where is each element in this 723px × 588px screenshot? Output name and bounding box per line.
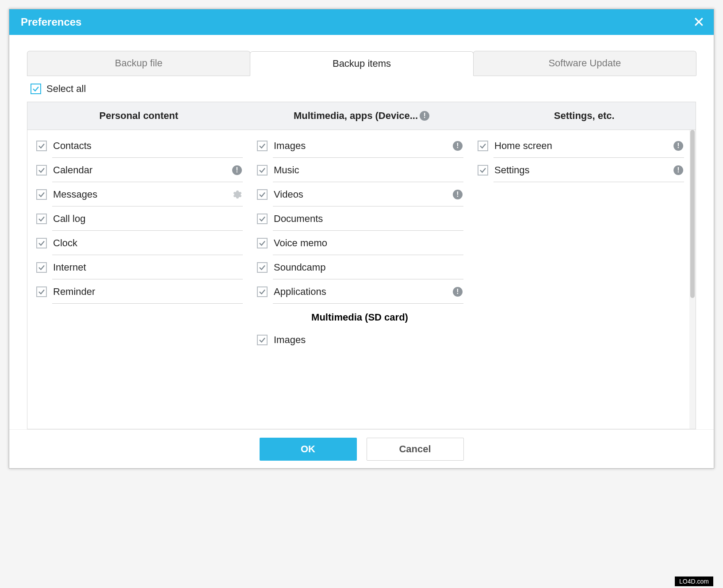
item-label: Internet (53, 262, 242, 273)
scrollbar[interactable] (689, 130, 696, 429)
item-soundcamp: Soundcamp (256, 255, 463, 279)
item-call-log: Call log (35, 206, 243, 230)
col-header-personal: Personal content (27, 102, 250, 130)
item-music: Music (256, 158, 463, 182)
checkbox[interactable] (257, 189, 268, 200)
col-header-multimedia: Multimedia, apps (Device... ! (250, 102, 473, 130)
watermark: LO4D.com (675, 577, 713, 586)
checkbox[interactable] (478, 165, 488, 176)
col-settings: Home screen ! Settings ! (469, 130, 689, 429)
info-icon[interactable]: ! (453, 287, 463, 297)
item-label: Calendar (53, 164, 226, 176)
item-images: Images ! (256, 134, 463, 157)
item-label: Documents (274, 213, 463, 225)
info-icon[interactable]: ! (453, 141, 463, 151)
checkbox[interactable] (257, 286, 268, 297)
item-calendar: Calendar ! (35, 158, 243, 182)
col-header-settings: Settings, etc. (473, 102, 696, 130)
subheader-sd-card: Multimedia (SD card) (256, 304, 463, 328)
item-label: Call log (53, 213, 242, 225)
tab-backup-file[interactable]: Backup file (27, 51, 250, 76)
columns-body: Contacts Calendar ! Messages (27, 130, 696, 429)
item-documents: Documents (256, 206, 463, 230)
tab-software-update[interactable]: Software Update (473, 51, 696, 76)
close-icon[interactable]: ✕ (693, 15, 705, 29)
item-label: Clock (53, 237, 242, 249)
info-icon[interactable]: ! (453, 190, 463, 199)
scrollbar-thumb[interactable] (690, 130, 695, 298)
dialog-body: Backup file Backup items Software Update… (9, 35, 714, 429)
checkbox[interactable] (36, 238, 47, 248)
tabs: Backup file Backup items Software Update (27, 51, 696, 76)
item-label: Home screen (494, 140, 667, 152)
column-headers: Personal content Multimedia, apps (Devic… (27, 102, 696, 130)
checkbox[interactable] (36, 286, 47, 297)
dialog-footer: OK Cancel (9, 429, 714, 468)
item-internet: Internet (35, 255, 243, 279)
item-contacts: Contacts (35, 134, 243, 157)
item-sd-images: Images (256, 328, 463, 351)
item-label: Settings (494, 164, 667, 176)
item-label: Images (274, 334, 463, 346)
item-messages: Messages (35, 182, 243, 206)
select-all-label: Select all (46, 83, 86, 95)
checkbox[interactable] (257, 238, 268, 248)
col-multimedia: Images ! Music Videos ! Documents (248, 130, 469, 429)
checkbox[interactable] (478, 141, 488, 151)
checkbox[interactable] (257, 214, 268, 224)
checkbox[interactable] (257, 335, 268, 345)
item-home-screen: Home screen ! (477, 134, 684, 157)
item-applications: Applications ! (256, 279, 463, 303)
tab-backup-items[interactable]: Backup items (250, 51, 473, 76)
preferences-dialog: Preferences ✕ Backup file Backup items S… (9, 9, 714, 469)
col-personal: Contacts Calendar ! Messages (27, 130, 248, 429)
items-panel: Personal content Multimedia, apps (Devic… (27, 102, 696, 429)
item-voice-memo: Voice memo (256, 231, 463, 255)
checkbox[interactable] (257, 262, 268, 273)
ok-button[interactable]: OK (260, 438, 357, 461)
item-label: Messages (53, 189, 225, 200)
item-label: Videos (274, 189, 447, 200)
item-label: Reminder (53, 286, 242, 298)
checkbox[interactable] (36, 262, 47, 273)
info-icon[interactable]: ! (673, 165, 683, 175)
info-icon[interactable]: ! (232, 165, 242, 175)
info-icon[interactable]: ! (673, 141, 683, 151)
checkbox[interactable] (36, 214, 47, 224)
item-label: Soundcamp (274, 262, 463, 273)
item-label: Music (274, 164, 463, 176)
item-reminder: Reminder (35, 279, 243, 303)
select-all-checkbox[interactable] (31, 84, 41, 94)
gear-icon[interactable] (231, 189, 242, 200)
checkbox[interactable] (36, 141, 47, 151)
info-icon[interactable]: ! (420, 111, 429, 121)
item-label: Images (274, 140, 447, 152)
checkbox[interactable] (257, 141, 268, 151)
item-label: Contacts (53, 140, 242, 152)
item-settings: Settings ! (477, 158, 684, 182)
checkbox[interactable] (36, 165, 47, 176)
item-label: Applications (274, 286, 447, 298)
item-label: Voice memo (274, 237, 463, 249)
select-all-row: Select all (27, 76, 696, 102)
cancel-button[interactable]: Cancel (367, 438, 464, 461)
checkbox[interactable] (36, 189, 47, 200)
dialog-title: Preferences (21, 16, 81, 28)
checkbox[interactable] (257, 165, 268, 176)
titlebar: Preferences ✕ (9, 9, 714, 35)
item-clock: Clock (35, 231, 243, 255)
item-videos: Videos ! (256, 182, 463, 206)
